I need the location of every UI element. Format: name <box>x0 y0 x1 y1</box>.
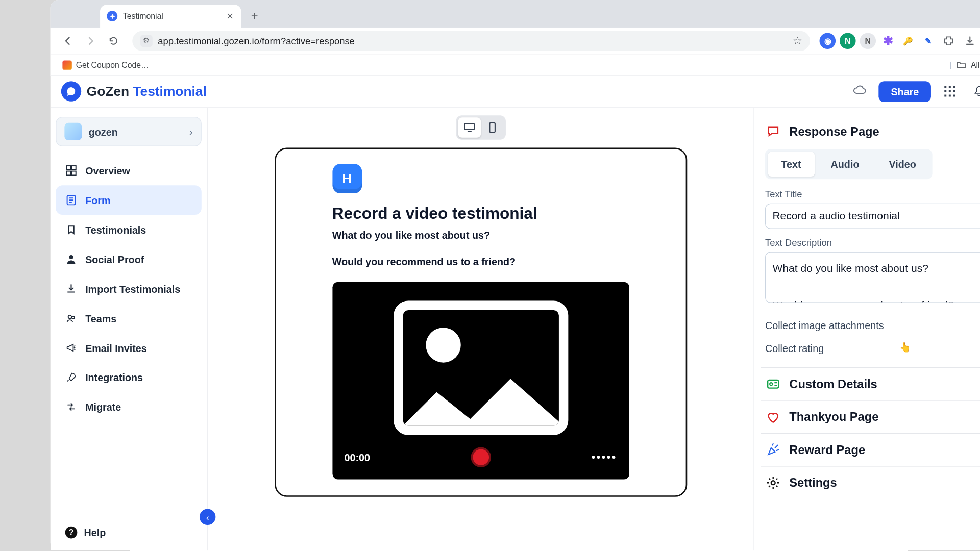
browser-tab[interactable]: ✦ Testimonial ✕ <box>100 5 241 28</box>
confetti-icon <box>765 442 781 458</box>
new-tab-button[interactable]: + <box>245 7 264 26</box>
site-info-icon[interactable]: ⚙ <box>140 35 153 47</box>
toggle-row-image-attachments: Collect image attachments <box>765 314 980 337</box>
workspace-selector[interactable]: gozen › <box>56 117 202 146</box>
subtab-text[interactable]: Text <box>768 152 815 177</box>
panel-section-settings: Settings <box>761 467 980 499</box>
sidebar-item-import[interactable]: Import Testimonials <box>56 274 202 304</box>
tab-bar: ✦ Testimonial ✕ + <box>51 0 980 28</box>
record-button[interactable] <box>471 447 491 467</box>
sidebar-item-label: Import Testimonials <box>85 283 180 294</box>
bookmark-item[interactable]: Get Coupon Code… <box>58 59 153 71</box>
megaphone-icon <box>65 342 78 353</box>
toggle-label: Collect image attachments <box>765 319 884 331</box>
extensions-menu-icon[interactable] <box>940 33 957 49</box>
download-icon <box>65 283 78 294</box>
sidebar-nav: Overview Form Testimonials Social Proof <box>56 156 202 421</box>
sidebar-item-integrations[interactable]: Integrations <box>56 363 202 392</box>
panel-header-response[interactable]: Response Page <box>765 123 980 140</box>
sidebar-item-label: Social Proof <box>85 254 144 265</box>
folder-icon <box>956 59 967 70</box>
svg-point-16 <box>72 316 75 319</box>
extension-icon-4[interactable]: ✱ <box>880 33 896 49</box>
apps-grid-icon[interactable] <box>939 81 961 102</box>
extension-icon-3[interactable]: N <box>860 33 876 49</box>
sidebar-item-testimonials[interactable]: Testimonials <box>56 215 202 244</box>
main-canvas: H Record a video testimonial What do you… <box>208 108 754 551</box>
svg-rect-6 <box>944 95 946 97</box>
extension-icon-2[interactable]: N <box>840 33 856 49</box>
address-bar[interactable]: ⚙ app.testimonial.gozen.io/form?active=r… <box>132 31 810 51</box>
reload-icon[interactable] <box>104 31 123 50</box>
subtab-video[interactable]: Video <box>875 152 929 177</box>
bell-icon[interactable] <box>969 81 980 102</box>
help-link[interactable]: ? Help <box>56 520 202 545</box>
sidebar-item-label: Testimonials <box>85 224 146 235</box>
tab-close-icon[interactable]: ✕ <box>226 11 234 21</box>
svg-point-15 <box>68 315 72 319</box>
svg-rect-5 <box>953 90 955 92</box>
preview-question-1: What do you like most about us? <box>332 230 629 241</box>
app-root: GoZen Testimonial Share a gozen › <box>51 76 980 550</box>
video-more-icon[interactable]: ••••• <box>592 451 617 463</box>
svg-rect-12 <box>72 171 76 176</box>
panel-section-reward: Reward Page <box>761 434 980 467</box>
share-button[interactable]: Share <box>879 81 931 102</box>
browser-window: ✦ Testimonial ✕ + ⚙ app.testimonial.goze… <box>51 0 980 550</box>
panel-section-thankyou: Thankyou Page <box>761 401 980 434</box>
grid-icon <box>65 165 78 176</box>
video-recorder: 00:00 ••••• <box>332 282 629 480</box>
sidebar-item-teams[interactable]: Teams <box>56 304 202 333</box>
input-text-description[interactable]: What do you like most about us? Would yo… <box>765 252 980 304</box>
panel-header-settings[interactable]: Settings <box>765 475 980 491</box>
cloud-sync-icon[interactable] <box>849 81 871 102</box>
extension-icon-5[interactable]: 🔑 <box>900 33 916 49</box>
panel-title-text: Response Page <box>789 124 879 139</box>
properties-panel: Response Page Text Audio Video Text Titl… <box>754 108 980 551</box>
bookmark-icon <box>65 224 78 235</box>
panel-title-text: Thankyou Page <box>789 410 878 424</box>
desktop-view-button[interactable] <box>458 117 481 137</box>
forward-icon[interactable] <box>81 31 100 50</box>
sidebar-item-label: Migrate <box>85 401 121 412</box>
subtab-audio[interactable]: Audio <box>817 152 873 177</box>
help-icon: ? <box>65 527 78 539</box>
sidebar-item-social-proof[interactable]: Social Proof <box>56 244 202 274</box>
bookmark-label: Get Coupon Code… <box>76 60 149 69</box>
sidebar-item-migrate[interactable]: Migrate <box>56 392 202 422</box>
preview-heading: Record a video testimonial <box>332 204 629 223</box>
toggle-row-rating: Collect rating 👆 <box>765 337 980 360</box>
form-logo: H <box>332 164 362 193</box>
extension-icon-6[interactable]: ✎ <box>920 33 937 49</box>
all-bookmarks-button[interactable]: | All Bookmarks <box>950 59 980 70</box>
downloads-icon[interactable] <box>961 31 979 50</box>
bookmark-star-icon[interactable]: ☆ <box>793 34 802 47</box>
svg-rect-0 <box>944 86 946 88</box>
sidebar-item-form[interactable]: Form <box>56 185 202 215</box>
brand[interactable]: GoZen Testimonial <box>61 81 207 101</box>
svg-rect-17 <box>464 123 474 130</box>
panel-header-custom[interactable]: Custom Details <box>765 376 980 392</box>
panel-header-reward[interactable]: Reward Page <box>765 442 980 458</box>
extension-icon-1[interactable]: ◉ <box>820 33 836 49</box>
sidebar-item-email-invites[interactable]: Email Invites <box>56 333 202 363</box>
preview-frame: H Record a video testimonial What do you… <box>275 148 687 497</box>
workspace-icon <box>64 123 82 140</box>
svg-rect-7 <box>949 95 951 97</box>
heart-icon <box>765 409 781 425</box>
collapse-sidebar-button[interactable]: ‹ <box>200 509 216 525</box>
svg-rect-1 <box>949 86 951 88</box>
svg-point-14 <box>69 255 74 259</box>
panel-header-thankyou[interactable]: Thankyou Page <box>765 409 980 425</box>
video-timer: 00:00 <box>344 452 370 463</box>
sidebar-item-overview[interactable]: Overview <box>56 156 202 185</box>
sidebar-item-label: Overview <box>85 165 130 176</box>
svg-rect-9 <box>66 166 70 170</box>
panel-section-response: Response Page Text Audio Video Text Titl… <box>761 115 980 368</box>
svg-rect-4 <box>949 90 951 92</box>
input-text-title[interactable] <box>765 204 980 229</box>
back-icon[interactable] <box>58 31 77 50</box>
video-controls: 00:00 ••••• <box>332 435 629 473</box>
svg-point-21 <box>771 481 775 485</box>
mobile-view-button[interactable] <box>481 117 504 137</box>
